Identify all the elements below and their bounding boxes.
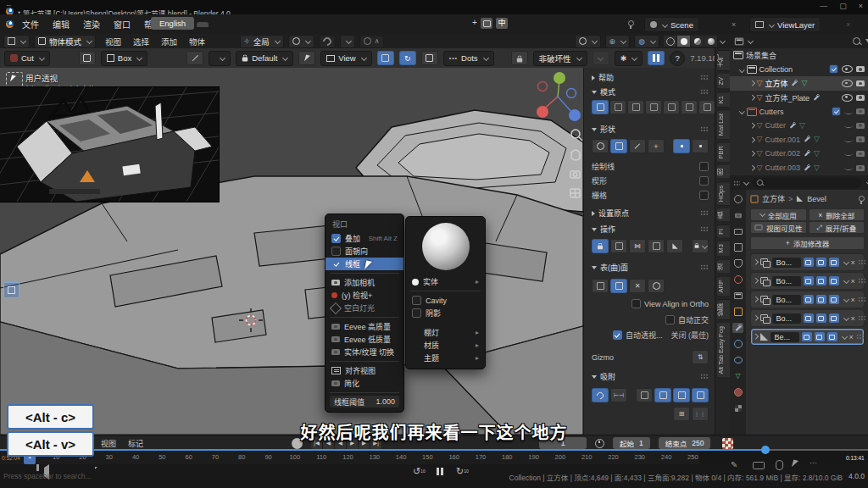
remove-modifier-icon[interactable]: × (851, 277, 855, 286)
origin-center-button[interactable] (692, 139, 709, 153)
checkbox-off-icon[interactable] (699, 191, 709, 200)
section-mode[interactable]: 模式 (592, 86, 709, 97)
search-icon[interactable] (853, 37, 860, 45)
sidebar-tab[interactable]: K1 (717, 92, 731, 108)
cursor-tool-button[interactable] (298, 51, 315, 65)
remove-viewlayer-icon[interactable]: × (843, 20, 853, 29)
drag-handle-icon[interactable] (858, 259, 866, 265)
editor-type-button[interactable] (3, 35, 30, 48)
mouse-icon[interactable] (776, 460, 783, 470)
live-toggle[interactable]: ↻ (399, 51, 416, 65)
row-cutter[interactable]: ▽ Cutter ▽ (730, 119, 868, 133)
popup-item-cavity[interactable]: Cavity (406, 294, 485, 307)
viewport-menu-item[interactable]: 视图 (100, 35, 126, 48)
option-grid[interactable]: 栅格 (592, 190, 709, 201)
tab-collection-icon[interactable] (732, 291, 743, 301)
sidebar-tab[interactable]: 大气 (717, 50, 731, 71)
shading-wireframe-button[interactable] (664, 36, 676, 47)
modifier-row[interactable]: Bo...× (750, 309, 865, 327)
rewind-10-button[interactable]: ↺10 (413, 466, 426, 477)
section-surface[interactable]: 表(曲)面 (592, 262, 709, 273)
camera-icon[interactable] (856, 66, 865, 72)
shape-box-button[interactable] (610, 139, 627, 153)
tab-material-icon[interactable] (732, 387, 743, 397)
edit-mode-toggle[interactable] (802, 332, 812, 341)
camera-icon[interactable] (856, 136, 865, 142)
camera-icon[interactable] (856, 151, 865, 157)
view-visibility-button[interactable]: 视图可见性 (750, 221, 807, 234)
row-cube[interactable]: ▽ 立方体 ▽ (730, 76, 868, 91)
mode-selector[interactable]: 物体模式 (34, 35, 96, 48)
delete-all-button[interactable]: ×删除全部 (809, 208, 865, 221)
array-toggle[interactable] (421, 51, 438, 65)
row-cutter[interactable]: ▽ Cutter.003 ▽ (730, 161, 868, 175)
popup-item-material[interactable]: 材质 ▸ (406, 339, 485, 352)
render-toggle[interactable] (827, 332, 837, 341)
remove-modifier-icon[interactable]: × (849, 333, 854, 341)
menu-item-eevee-low[interactable]: Eevee 低质量 (326, 333, 403, 346)
edit-mode-toggle[interactable] (804, 313, 814, 323)
tab-object-icon[interactable] (732, 307, 743, 317)
snap-face-button[interactable] (692, 388, 709, 402)
camera-icon[interactable] (856, 123, 865, 129)
transform-orientation[interactable]: ⊹ 全局 (240, 35, 284, 48)
proportional-edit-toggle[interactable]: ∧ (359, 35, 384, 48)
eye-icon[interactable] (842, 94, 853, 102)
drag-handle-icon[interactable] (858, 315, 866, 321)
op-array-button[interactable] (648, 239, 665, 253)
popup-item-solid[interactable]: 实体 ▸ (406, 275, 485, 288)
close-button[interactable]: × (859, 2, 863, 10)
mode-join-button[interactable] (663, 100, 680, 114)
overlays-toggle[interactable]: ◍ (634, 35, 659, 48)
settings-gear-button[interactable]: ✱ (615, 51, 643, 66)
wire-display-toggle[interactable] (377, 51, 394, 65)
menu-item[interactable]: 渲染 (78, 16, 105, 32)
sidebar-tab[interactable]: Mat List (717, 109, 731, 140)
checkbox-off-icon[interactable] (665, 315, 675, 324)
mode-inset-button[interactable] (645, 100, 662, 114)
surface-view-button[interactable] (610, 279, 627, 293)
workspace-tab[interactable] (332, 22, 344, 27)
checkbox-on-icon[interactable] (832, 108, 840, 115)
menu-item-face-orientation[interactable]: 面朝向 (326, 245, 403, 258)
apply-all-button[interactable]: 全部应用 (750, 208, 807, 221)
active-tool-widget[interactable] (3, 282, 19, 298)
menu-item[interactable]: 窗口 (108, 16, 136, 32)
shading-dropdown-icon[interactable] (720, 38, 726, 44)
sidebar-tab[interactable]: Alt Tab Easy Fog (717, 322, 731, 379)
popup-item-studiolight[interactable]: 棚灯 ▸ (406, 326, 485, 339)
camera-icon[interactable] (856, 80, 865, 86)
tab-render-icon[interactable] (732, 210, 743, 220)
modifier-name[interactable]: Bo... (772, 276, 801, 286)
tab-physics-icon[interactable] (732, 339, 743, 349)
realtime-toggle[interactable] (816, 276, 826, 286)
modifier-row[interactable]: Bo...× (750, 253, 865, 271)
menu-item-simplify[interactable]: 简化 (326, 377, 403, 390)
camera-icon[interactable] (856, 95, 865, 101)
window-layout-icon[interactable] (481, 18, 492, 29)
mode-extract-button[interactable] (698, 100, 715, 114)
row-cube-plate[interactable]: ▽ 立方体_Plate (730, 91, 868, 105)
eye-closed-icon[interactable] (844, 151, 853, 156)
mode-cut-button[interactable] (592, 100, 609, 114)
pin-scene-icon[interactable] (626, 19, 637, 28)
realtime-toggle[interactable] (816, 258, 826, 267)
workspace-tab[interactable] (197, 22, 209, 27)
row-cutter[interactable]: ▽ Cutter.001 ▽ (730, 133, 868, 147)
realtime-toggle[interactable] (816, 295, 826, 304)
maximize-button[interactable]: ▢ (839, 2, 847, 10)
snap-settings[interactable] (340, 35, 355, 48)
snap-increment-button[interactable]: ⊢⊣ (610, 388, 627, 402)
row-scene-collection[interactable]: 场景集合 (730, 48, 868, 63)
workspace-tab[interactable] (264, 22, 276, 27)
properties-editor-button[interactable] (733, 180, 748, 186)
shape-ngon-button[interactable] (629, 139, 646, 153)
sidebar-tab[interactable]: 鑫 (717, 208, 731, 223)
shape-custom-button[interactable]: + (648, 139, 665, 153)
eye-closed-icon[interactable] (844, 123, 853, 128)
menu-item-blank-light[interactable]: 空白灯光 (326, 302, 403, 314)
breadcrumb-modifier[interactable]: Bevel (807, 195, 826, 203)
menu-item-align-view[interactable]: 对齐视图 (326, 364, 403, 377)
viewport-menu-item[interactable]: 选择 (128, 35, 154, 48)
eye-closed-icon[interactable] (844, 109, 853, 114)
